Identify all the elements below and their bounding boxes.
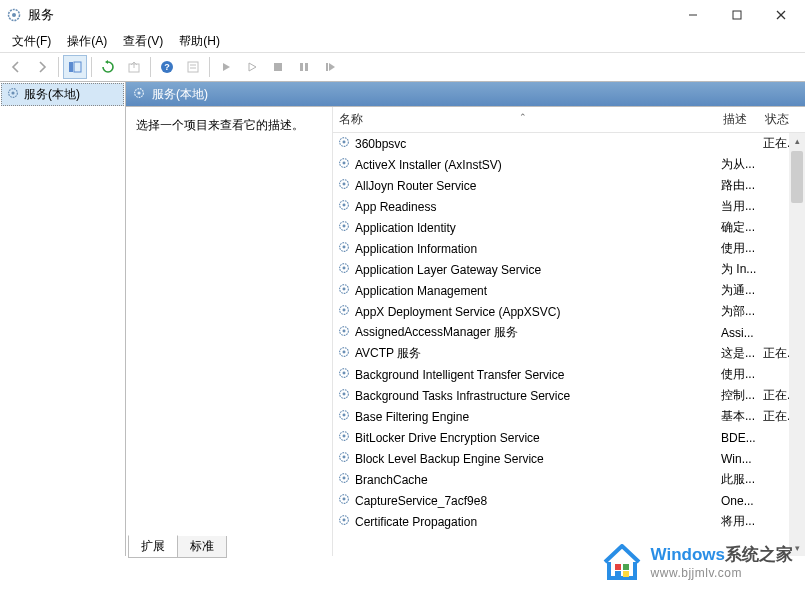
- pane-header-title: 服务(本地): [152, 86, 208, 103]
- svg-rect-15: [300, 63, 303, 71]
- svg-point-27: [343, 183, 346, 186]
- cell-description: Assi...: [721, 326, 763, 340]
- table-row[interactable]: Background Intelligent Transfer Service使…: [333, 364, 805, 385]
- table-row[interactable]: AppX Deployment Service (AppXSVC)为部...: [333, 301, 805, 322]
- cell-description: 为部...: [721, 303, 763, 320]
- watermark-brand1: Windows: [651, 545, 725, 564]
- cell-name: Background Intelligent Transfer Service: [333, 366, 721, 383]
- column-header-name[interactable]: 名称 ⌃: [333, 111, 721, 128]
- svg-rect-11: [188, 62, 198, 72]
- service-name: Base Filtering Engine: [355, 410, 469, 424]
- table-row[interactable]: AVCTP 服务这是...正在...: [333, 343, 805, 364]
- service-name: BitLocker Drive Encryption Service: [355, 431, 540, 445]
- column-header-status[interactable]: 状态: [763, 111, 805, 128]
- minimize-button[interactable]: [671, 0, 715, 30]
- close-button[interactable]: [759, 0, 803, 30]
- properties-button[interactable]: [181, 55, 205, 79]
- vertical-scrollbar[interactable]: ▴ ▾: [789, 133, 805, 556]
- table-row[interactable]: Application Information使用...: [333, 238, 805, 259]
- svg-rect-62: [615, 571, 621, 577]
- svg-point-35: [343, 267, 346, 270]
- toolbar-separator: [209, 57, 210, 77]
- table-row[interactable]: Base Filtering Engine基本...正在...: [333, 406, 805, 427]
- stop-service-button[interactable]: [266, 55, 290, 79]
- show-hide-tree-button[interactable]: [63, 55, 87, 79]
- svg-point-21: [137, 91, 140, 94]
- pause-button[interactable]: [292, 55, 316, 79]
- service-name: AllJoyn Router Service: [355, 179, 476, 193]
- cell-description: BDE...: [721, 431, 763, 445]
- svg-rect-61: [623, 564, 629, 570]
- svg-point-43: [343, 351, 346, 354]
- cell-description: 此服...: [721, 471, 763, 488]
- cell-name: AllJoyn Router Service: [333, 177, 721, 194]
- table-row[interactable]: CaptureService_7acf9e8One...: [333, 490, 805, 511]
- gear-icon: [337, 324, 351, 341]
- table-row[interactable]: Certificate Propagation将用...: [333, 511, 805, 532]
- tree-item-services-local[interactable]: 服务(本地): [1, 83, 124, 106]
- menu-help[interactable]: 帮助(H): [171, 31, 228, 52]
- table-row[interactable]: ActiveX Installer (AxInstSV)为从...: [333, 154, 805, 175]
- list-header: 名称 ⌃ 描述 状态: [333, 107, 805, 133]
- column-header-description[interactable]: 描述: [721, 111, 763, 128]
- menu-action[interactable]: 操作(A): [59, 31, 115, 52]
- table-row[interactable]: Application Management为通...: [333, 280, 805, 301]
- scroll-up-button[interactable]: ▴: [789, 133, 805, 149]
- refresh-button[interactable]: [96, 55, 120, 79]
- toolbar-separator: [58, 57, 59, 77]
- cell-description: 为从...: [721, 156, 763, 173]
- description-column: 选择一个项目来查看它的描述。: [126, 107, 332, 556]
- table-row[interactable]: AssignedAccessManager 服务Assi...: [333, 322, 805, 343]
- export-button[interactable]: [122, 55, 146, 79]
- service-name: ActiveX Installer (AxInstSV): [355, 158, 502, 172]
- gear-icon: [337, 303, 351, 320]
- svg-point-47: [343, 393, 346, 396]
- gear-icon: [337, 219, 351, 236]
- table-row[interactable]: 360bpsvc正在...: [333, 133, 805, 154]
- forward-button[interactable]: [30, 55, 54, 79]
- cell-name: App Readiness: [333, 198, 721, 215]
- svg-rect-14: [274, 63, 282, 71]
- service-name: Application Layer Gateway Service: [355, 263, 541, 277]
- table-row[interactable]: Application Layer Gateway Service为 In...: [333, 259, 805, 280]
- cell-name: Base Filtering Engine: [333, 408, 721, 425]
- menu-view[interactable]: 查看(V): [115, 31, 171, 52]
- svg-rect-63: [623, 571, 629, 577]
- cell-name: AVCTP 服务: [333, 345, 721, 362]
- tab-extended[interactable]: 扩展: [128, 535, 178, 558]
- table-row[interactable]: AllJoyn Router Service路由...: [333, 175, 805, 196]
- scroll-thumb[interactable]: [791, 151, 803, 203]
- svg-point-49: [343, 414, 346, 417]
- table-row[interactable]: Background Tasks Infrastructure Service控…: [333, 385, 805, 406]
- gear-icon: [6, 7, 22, 23]
- cell-description: 将用...: [721, 513, 763, 530]
- pause-service-button[interactable]: [240, 55, 264, 79]
- start-service-button[interactable]: [214, 55, 238, 79]
- table-row[interactable]: App Readiness当用...: [333, 196, 805, 217]
- view-tabs: 扩展 标准: [128, 536, 226, 558]
- watermark: Windows系统之家 www.bjjmlv.com: [601, 540, 793, 582]
- table-row[interactable]: BitLocker Drive Encryption ServiceBDE...: [333, 427, 805, 448]
- maximize-button[interactable]: [715, 0, 759, 30]
- cell-name: CaptureService_7acf9e8: [333, 492, 721, 509]
- service-name: Background Tasks Infrastructure Service: [355, 389, 570, 403]
- restart-service-button[interactable]: [318, 55, 342, 79]
- svg-point-59: [343, 519, 346, 522]
- cell-description: One...: [721, 494, 763, 508]
- back-button[interactable]: [4, 55, 28, 79]
- cell-description: 路由...: [721, 177, 763, 194]
- table-row[interactable]: BranchCache此服...: [333, 469, 805, 490]
- tree-pane: 服务(本地): [0, 82, 126, 556]
- tab-standard[interactable]: 标准: [177, 536, 227, 558]
- table-row[interactable]: Application Identity确定...: [333, 217, 805, 238]
- gear-icon: [337, 450, 351, 467]
- toolbar-separator: [91, 57, 92, 77]
- service-name: Block Level Backup Engine Service: [355, 452, 544, 466]
- table-row[interactable]: Block Level Backup Engine ServiceWin...: [333, 448, 805, 469]
- list-body[interactable]: 360bpsvc正在...ActiveX Installer (AxInstSV…: [333, 133, 805, 556]
- main-body: 服务(本地) 服务(本地) 选择一个项目来查看它的描述。 名称 ⌃ 描述 状态: [0, 82, 805, 556]
- svg-rect-7: [74, 62, 81, 72]
- detail-pane: 服务(本地) 选择一个项目来查看它的描述。 名称 ⌃ 描述 状态 360bpsv…: [126, 82, 805, 556]
- menu-file[interactable]: 文件(F): [4, 31, 59, 52]
- help-button[interactable]: ?: [155, 55, 179, 79]
